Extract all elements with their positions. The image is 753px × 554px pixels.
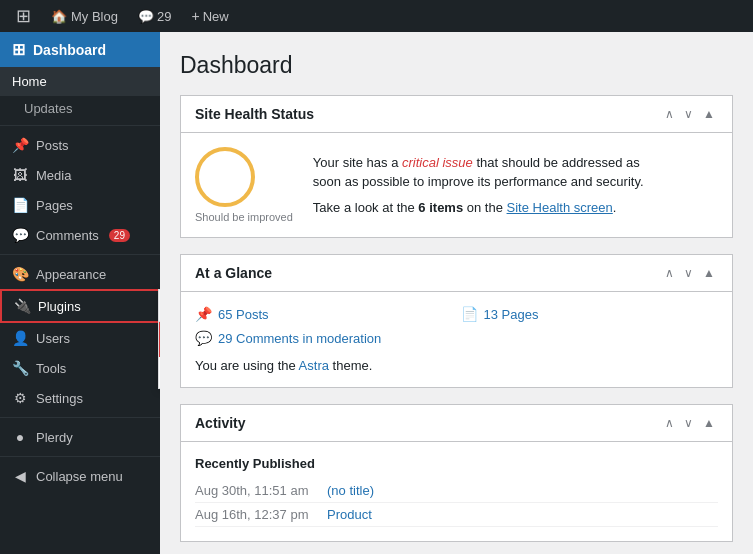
pages-icon: 📄 bbox=[12, 197, 28, 213]
new-button[interactable]: + New bbox=[183, 0, 236, 32]
activity-body: Recently Published Aug 30th, 11:51 am (n… bbox=[181, 442, 732, 541]
site-health-collapse-down[interactable]: ∨ bbox=[681, 107, 696, 121]
sidebar-appearance-label: Appearance bbox=[36, 267, 106, 282]
health-text: Your site has a critical issue that shou… bbox=[313, 153, 644, 218]
activity-title-0[interactable]: (no title) bbox=[327, 483, 374, 498]
flyout-add-new-plugin[interactable]: Add New Plugin bbox=[159, 322, 160, 357]
activity-row-1: Aug 16th, 12:37 pm Product bbox=[195, 503, 718, 527]
health-line3-part2: on the bbox=[463, 200, 506, 215]
at-a-glance-title: At a Glance bbox=[195, 265, 272, 281]
sidebar-item-users[interactable]: 👤 Users bbox=[0, 323, 160, 353]
sidebar-divider-4 bbox=[0, 456, 160, 457]
activity-time-0: Aug 30th, 11:51 am bbox=[195, 483, 315, 498]
collapse-icon: ◀ bbox=[12, 468, 28, 484]
health-line1: Your site has a critical issue that shou… bbox=[313, 153, 644, 192]
activity-widget: Activity ∧ ∨ ▲ Recently Published Aug 30… bbox=[180, 404, 733, 542]
activity-title: Activity bbox=[195, 415, 246, 431]
health-circle bbox=[195, 147, 255, 207]
glance-comments[interactable]: 💬 29 Comments in moderation bbox=[195, 330, 718, 346]
plerdy-icon: ● bbox=[12, 429, 28, 445]
glance-comments-icon: 💬 bbox=[195, 330, 212, 346]
flyout-plugin-file-editor[interactable]: Plugin File Editor bbox=[159, 357, 160, 388]
users-icon: 👤 bbox=[12, 330, 28, 346]
sidebar-item-media[interactable]: 🖼 Media bbox=[0, 160, 160, 190]
health-line3-part1: Take a look at the bbox=[313, 200, 419, 215]
new-label: New bbox=[203, 9, 229, 24]
tools-icon: 🔧 bbox=[12, 360, 28, 376]
comments-icon: 💬 bbox=[12, 227, 28, 243]
page-title: Dashboard bbox=[180, 52, 733, 79]
main-content: Dashboard Site Health Status ∧ ∨ ▲ Shoul… bbox=[160, 32, 753, 554]
plus-icon: + bbox=[191, 8, 199, 24]
sidebar-item-plerdy[interactable]: ● Plerdy bbox=[0, 422, 160, 452]
health-line3-end: . bbox=[613, 200, 617, 215]
at-a-glance-widget: At a Glance ∧ ∨ ▲ 📌 65 Posts 📄 13 Pages … bbox=[180, 254, 733, 388]
sidebar: ⊞ Dashboard Home Updates 📌 Posts 🖼 Media… bbox=[0, 32, 160, 554]
posts-icon: 📌 bbox=[12, 137, 28, 153]
site-health-header: Site Health Status ∧ ∨ ▲ bbox=[181, 96, 732, 133]
sidebar-users-label: Users bbox=[36, 331, 70, 346]
sidebar-item-updates[interactable]: Updates bbox=[0, 96, 160, 121]
activity-row-0: Aug 30th, 11:51 am (no title) bbox=[195, 479, 718, 503]
home-icon: 🏠 bbox=[51, 9, 67, 24]
wp-logo-button[interactable]: ⊞ bbox=[8, 0, 39, 32]
site-health-screen-link[interactable]: Site Health screen bbox=[507, 200, 613, 215]
activity-collapse-up[interactable]: ∧ bbox=[662, 416, 677, 430]
comments-badge: 29 bbox=[109, 229, 130, 242]
health-line1-part2: that should be addressed as bbox=[473, 155, 640, 170]
sidebar-tools-label: Tools bbox=[36, 361, 66, 376]
sidebar-plugins-label: Plugins bbox=[38, 299, 81, 314]
dashboard-icon: ⊞ bbox=[12, 40, 25, 59]
health-circle-label: Should be improved bbox=[195, 211, 293, 223]
site-health-body: Should be improved Your site has a criti… bbox=[181, 133, 732, 237]
activity-header: Activity ∧ ∨ ▲ bbox=[181, 405, 732, 442]
sidebar-item-comments[interactable]: 💬 Comments 29 bbox=[0, 220, 160, 250]
site-health-controls: ∧ ∨ ▲ bbox=[662, 107, 718, 121]
sidebar-comments-label: Comments bbox=[36, 228, 99, 243]
sidebar-divider-1 bbox=[0, 125, 160, 126]
activity-collapse-down[interactable]: ∨ bbox=[681, 416, 696, 430]
comments-button[interactable]: 💬 29 bbox=[130, 0, 179, 32]
my-blog-button[interactable]: 🏠 My Blog bbox=[43, 0, 126, 32]
glance-theme-note: You are using the Astra theme. bbox=[195, 354, 718, 373]
sidebar-pages-label: Pages bbox=[36, 198, 73, 213]
site-health-toggle[interactable]: ▲ bbox=[700, 107, 718, 121]
activity-toggle[interactable]: ▲ bbox=[700, 416, 718, 430]
activity-title-1[interactable]: Product bbox=[327, 507, 372, 522]
health-line1-part1: Your site has a bbox=[313, 155, 402, 170]
site-health-title: Site Health Status bbox=[195, 106, 314, 122]
sidebar-home-label: Home bbox=[12, 74, 47, 89]
glance-comments-label: 29 Comments in moderation bbox=[218, 331, 381, 346]
sidebar-dashboard-header[interactable]: ⊞ Dashboard bbox=[0, 32, 160, 67]
health-critical-text: critical issue bbox=[402, 155, 473, 170]
at-a-glance-header: At a Glance ∧ ∨ ▲ bbox=[181, 255, 732, 292]
settings-icon: ⚙ bbox=[12, 390, 28, 406]
plugins-flyout-menu: Installed Plugins Add New Plugin Plugin … bbox=[158, 289, 160, 389]
appearance-icon: 🎨 bbox=[12, 266, 28, 282]
glance-collapse-up[interactable]: ∧ bbox=[662, 266, 677, 280]
sidebar-divider-2 bbox=[0, 254, 160, 255]
sidebar-collapse-button[interactable]: ◀ Collapse menu bbox=[0, 461, 160, 491]
sidebar-item-tools[interactable]: 🔧 Tools bbox=[0, 353, 160, 383]
health-line2: soon as possible to improve its performa… bbox=[313, 174, 644, 189]
glance-pages[interactable]: 📄 13 Pages bbox=[461, 306, 719, 322]
sidebar-item-appearance[interactable]: 🎨 Appearance bbox=[0, 259, 160, 289]
sidebar-updates-label: Updates bbox=[24, 101, 72, 116]
site-health-collapse-up[interactable]: ∧ bbox=[662, 107, 677, 121]
sidebar-item-pages[interactable]: 📄 Pages bbox=[0, 190, 160, 220]
glance-toggle[interactable]: ▲ bbox=[700, 266, 718, 280]
glance-posts[interactable]: 📌 65 Posts bbox=[195, 306, 453, 322]
sidebar-dashboard-label: Dashboard bbox=[33, 42, 106, 58]
sidebar-collapse-label: Collapse menu bbox=[36, 469, 123, 484]
sidebar-item-settings[interactable]: ⚙ Settings bbox=[0, 383, 160, 413]
recently-published-label: Recently Published bbox=[195, 456, 718, 471]
comment-icon: 💬 bbox=[138, 9, 154, 24]
my-blog-label: My Blog bbox=[71, 9, 118, 24]
sidebar-item-home[interactable]: Home bbox=[0, 67, 160, 96]
sidebar-item-plugins[interactable]: 🔌 Plugins bbox=[0, 289, 160, 323]
glance-collapse-down[interactable]: ∨ bbox=[681, 266, 696, 280]
sidebar-item-posts[interactable]: 📌 Posts bbox=[0, 130, 160, 160]
glance-pages-label: 13 Pages bbox=[484, 307, 539, 322]
health-line3: Take a look at the 6 items on the Site H… bbox=[313, 198, 644, 218]
theme-link[interactable]: Astra bbox=[299, 358, 329, 373]
